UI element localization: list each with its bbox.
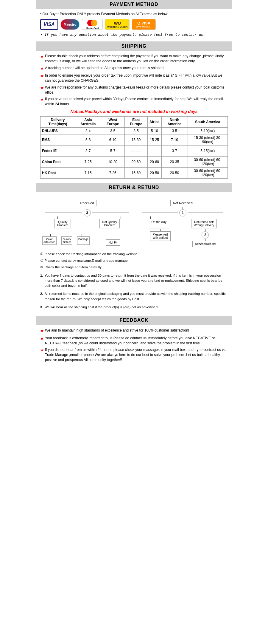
table-cell: 7-15 — [75, 167, 101, 178]
payment-note: • Our Buyer Protection ONLY protects Pay… — [40, 12, 228, 16]
not-quality-problem-box: Not QualityProblem — [99, 219, 119, 228]
feedback-item-3: ★ If you did not hear from us within 24 … — [40, 347, 228, 362]
shipping-section: SHIPPING ★ Please double check your addr… — [36, 42, 232, 183]
damage-box: Damage — [77, 236, 90, 245]
quality-defect-box: QualityDefect — [61, 236, 72, 245]
col-africa: Africa — [147, 116, 161, 127]
circle-3: 3 — [84, 209, 91, 216]
return-notes: ① Please check the tracking information … — [40, 252, 228, 270]
table-cell: 20-60 — [147, 156, 161, 167]
qiwi-card: Q VISA QIWI WALLET — [132, 19, 156, 30]
payment-header: PAYMENT METHOD — [36, 0, 232, 9]
table-cell: 20-50 — [161, 167, 188, 178]
table-row: DHL/UPS3-43-53-55-103-55-10(tax) — [40, 127, 228, 134]
star-icon: ★ — [40, 73, 44, 79]
table-cell: DHL/UPS — [40, 127, 75, 134]
table-cell: 7-25 — [101, 167, 125, 178]
on-the-way-box: On the way — [149, 219, 169, 228]
table-row: China Post7-2510-2020-6020-6020-3530-60 … — [40, 156, 228, 167]
visa-card: VISA — [40, 19, 58, 30]
table-cell: China Post — [40, 156, 75, 167]
received-box: Received — [78, 200, 97, 206]
circle-1: 1 — [179, 209, 186, 216]
quality-problem-box: QualityProblem — [54, 219, 71, 228]
table-cell: EMS — [40, 134, 75, 145]
table-cell: 3-5 — [161, 127, 188, 134]
table-cell: 30-60 (direct) 60-120(tax) — [188, 167, 228, 178]
feedback-item-1: ★ We aim to maintain high standards of e… — [40, 328, 228, 334]
table-cell: 5-15(tax) — [188, 145, 228, 156]
table-cell: 15-30 — [124, 134, 147, 145]
mastercard-card: MasterCard — [82, 19, 103, 30]
table-cell: 3-7 — [75, 145, 101, 156]
shipping-notice: Notice:Hoildays and weekends are not inc… — [40, 109, 228, 114]
return-note-3: ③ Check the package and item carefully. — [40, 265, 228, 270]
shipping-item-3: ★ In order to ensure you receive your or… — [40, 73, 228, 83]
star-icon: ★ — [40, 336, 44, 342]
table-cell: 3-4 — [75, 127, 101, 134]
table-header-row: Delivery Time(days) Asia Australia West … — [40, 116, 228, 127]
col-asia: Asia Australia — [75, 116, 101, 127]
feedback-header: FEEDBACK — [36, 316, 232, 325]
shipping-item-2: ★ A tracking number will be updated on A… — [40, 66, 228, 72]
not-received-box: Not Received — [170, 200, 195, 206]
table-row: EMS5-86-1015-3015-257-1015-30 (direct) 3… — [40, 134, 228, 145]
table-cell: 5-10(tax) — [188, 127, 228, 134]
table-row: HK Post7-157-2515-6020-5020-5030-60 (dir… — [40, 167, 228, 178]
table-cell: 5-8 — [75, 134, 101, 145]
table-cell: 20-60 — [124, 156, 147, 167]
westernunion-card: WU WESTERN UNION — [105, 19, 130, 30]
col-east-europe: East Europe — [124, 116, 147, 127]
star-icon: ★ — [40, 97, 44, 103]
table-cell: 7-25 — [75, 156, 101, 167]
return-list: 1. You have 7 days to contact us and 30 … — [40, 273, 228, 310]
table-cell: HK Post — [40, 167, 75, 178]
return-list-item-1: 1. You have 7 days to contact us and 30 … — [40, 273, 228, 289]
flow-right: Not Received 1 — [138, 200, 228, 247]
circle-2: 2 — [202, 231, 209, 239]
return-section: RETURN & RETUND Received — [36, 183, 232, 316]
table-cell: 20-50 — [147, 167, 161, 178]
not-fit-box: Not Fit — [106, 239, 120, 246]
return-list-item-2: 2. All returned items must be in the ori… — [40, 291, 228, 302]
table-cell: --------- — [124, 145, 147, 156]
table-cell: 15-30 (direct) 30-90(tax) — [188, 134, 228, 145]
feedback-section: FEEDBACK ★ We aim to maintain high stand… — [36, 316, 232, 370]
table-row: Fedex IE3-75-7------------------3-75-15(… — [40, 145, 228, 156]
col-delivery: Delivery Time(days) — [40, 116, 75, 127]
flow-left: Received 3 — [40, 200, 134, 247]
table-cell: 5-10 — [147, 127, 161, 134]
payment-icons: VISA Maestro MasterCard WU WESTERN UNION — [40, 19, 228, 30]
table-cell: 10-20 — [101, 156, 125, 167]
feedback-item-2: ★ Your feedback is extremely important t… — [40, 336, 228, 346]
shipping-item-4: ★ We are not responsible for any customs… — [40, 85, 228, 95]
resend-refund-box: Resend/Refund — [192, 241, 219, 247]
col-north-america: North America — [161, 116, 188, 127]
maestro-card: Maestro — [60, 19, 80, 30]
returned-lost-box: Returned/Lost/Wrong Delivery — [191, 219, 217, 228]
star-icon: ★ — [40, 85, 44, 91]
table-cell: --------- — [147, 145, 161, 156]
table-cell: 15-25 — [147, 134, 161, 145]
table-cell: 30-60 (direct) 60-120(tax) — [188, 156, 228, 167]
table-cell: 3-7 — [161, 145, 188, 156]
table-cell: 5-7 — [101, 145, 125, 156]
shipping-item-1: ★ Please double check your address befor… — [40, 54, 228, 64]
star-icon: ★ — [40, 54, 44, 60]
table-cell: 20-35 — [161, 156, 188, 167]
color-difference-box: Colordifference — [42, 236, 56, 245]
bullet: • — [40, 12, 43, 16]
return-note-1: ① Please check the tracking information … — [40, 252, 228, 257]
table-cell: 6-10 — [101, 134, 125, 145]
return-header: RETURN & RETUND — [36, 183, 232, 192]
table-cell: 3-5 — [101, 127, 125, 134]
payment-question: • If you have any question about the pay… — [40, 33, 228, 37]
col-south-america: South America — [188, 116, 228, 127]
return-note-2: ② Please contact us by massage,E-mail,or… — [40, 258, 228, 263]
table-cell: Fedex IE — [40, 145, 75, 156]
table-cell: 15-60 — [124, 167, 147, 178]
table-cell: 7-10 — [161, 134, 188, 145]
return-list-item-3: 3. We will bear all the shipping cost if… — [40, 305, 228, 310]
table-cell: 3-5 — [124, 127, 147, 134]
payment-section: PAYMENT METHOD • Our Buyer Protection ON… — [36, 0, 232, 42]
